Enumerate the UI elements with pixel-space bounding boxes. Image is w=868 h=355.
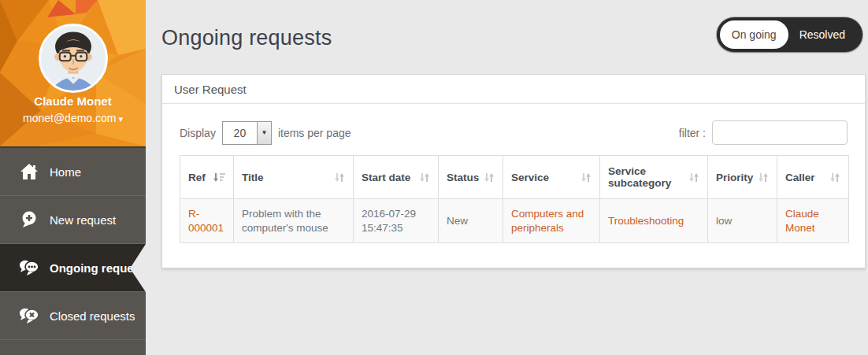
panel-body: Display 20 ▼ items per page filter : <box>162 104 865 268</box>
closed-requests-icon <box>19 307 39 324</box>
select-caret-icon[interactable]: ▼ <box>257 122 271 144</box>
home-icon <box>19 163 39 180</box>
user-menu[interactable]: monet@demo.com▾ <box>0 112 146 124</box>
column-header-caller[interactable]: Caller <box>777 156 849 199</box>
column-label: Caller <box>785 172 815 183</box>
requests-table: Ref Title Start date <box>180 155 849 243</box>
cell-service-subcategory-link[interactable]: Troubleshooting <box>600 199 708 243</box>
sidebar-item-label: New request <box>50 213 116 227</box>
sidebar-item-ongoing-requests[interactable]: Ongoing reque... <box>0 244 146 292</box>
sort-icon[interactable] <box>758 172 769 183</box>
sidebar-item-label: Closed requests <box>50 309 135 323</box>
column-header-status[interactable]: Status <box>439 156 503 199</box>
column-header-start-date[interactable]: Start date <box>354 156 439 199</box>
avatar-cartoon-face <box>41 26 106 91</box>
items-per-page-label: items per page <box>278 127 351 139</box>
display-label: Display <box>180 127 216 139</box>
column-header-ref[interactable]: Ref <box>180 156 234 199</box>
avatar <box>39 24 108 93</box>
sort-desc-icon[interactable] <box>213 172 225 183</box>
filter-label: filter : <box>679 127 706 139</box>
column-label: Status <box>447 172 479 183</box>
sidebar-item-label: Home <box>50 165 81 179</box>
column-label: Priority <box>716 172 753 183</box>
sidebar-profile: Claude Monet monet@demo.com▾ <box>0 0 146 146</box>
toggle-on-going[interactable]: On going <box>720 20 788 49</box>
column-label: Title <box>242 172 264 183</box>
user-name: Claude Monet <box>0 94 146 108</box>
column-header-title[interactable]: Title <box>234 156 354 199</box>
main-content: Ongoing requests On going Resolved User … <box>146 0 868 355</box>
filter-control: filter : <box>679 120 848 145</box>
column-header-priority[interactable]: Priority <box>708 156 777 199</box>
sidebar-item-new-request[interactable]: New request <box>0 196 146 244</box>
user-email: monet@demo.com <box>23 112 116 124</box>
column-label: Start date <box>362 172 410 183</box>
user-request-panel: User Request Display 20 ▼ items per page… <box>161 74 866 268</box>
table-row: R-000001 Problem with the computer's mou… <box>180 199 849 243</box>
filter-input[interactable] <box>712 120 848 145</box>
panel-title: User Request <box>162 75 865 104</box>
sort-icon[interactable] <box>334 172 345 183</box>
sort-icon[interactable] <box>581 172 592 183</box>
toggle-resolved[interactable]: Resolved <box>788 28 859 41</box>
page-size-select[interactable]: 20 ▼ <box>222 121 272 145</box>
cell-start-date: 2016-07-29 15:47:35 <box>354 199 439 243</box>
sidebar: Claude Monet monet@demo.com▾ Home New re… <box>0 0 146 355</box>
page-size-value: 20 <box>223 122 257 144</box>
sidebar-item-closed-requests[interactable]: Closed requests <box>0 292 146 340</box>
cell-service-link[interactable]: Computers and peripherals <box>503 199 600 243</box>
sidebar-item-label: Ongoing reque... <box>50 261 143 275</box>
sidebar-item-home[interactable]: Home <box>0 148 146 196</box>
sort-icon[interactable] <box>688 172 699 183</box>
sort-icon[interactable] <box>419 172 430 183</box>
cell-ref-link[interactable]: R-000001 <box>180 199 234 243</box>
ongoing-resolved-toggle: On going Resolved <box>717 17 862 52</box>
cell-caller-link[interactable]: Claude Monet <box>777 199 849 243</box>
table-header-row: Ref Title Start date <box>180 156 849 199</box>
column-label: Service subcategory <box>608 165 685 189</box>
ongoing-requests-icon <box>19 259 39 276</box>
chevron-down-icon: ▾ <box>118 114 123 124</box>
column-header-service-subcategory[interactable]: Service subcategory <box>600 156 708 199</box>
page-size-control: Display 20 ▼ items per page <box>180 121 351 145</box>
sort-icon[interactable] <box>484 172 495 183</box>
column-label: Ref <box>188 172 206 183</box>
cell-status: New <box>439 199 503 243</box>
cell-priority: low <box>708 199 777 243</box>
column-label: Service <box>511 172 549 183</box>
column-header-service[interactable]: Service <box>503 156 600 199</box>
table-controls: Display 20 ▼ items per page filter : <box>180 120 848 145</box>
cell-title: Problem with the computer's mouse <box>234 199 354 243</box>
sort-icon[interactable] <box>829 172 840 183</box>
new-request-icon <box>19 211 39 228</box>
sidebar-menu: Home New request Ongoing reque... Closed… <box>0 146 146 340</box>
